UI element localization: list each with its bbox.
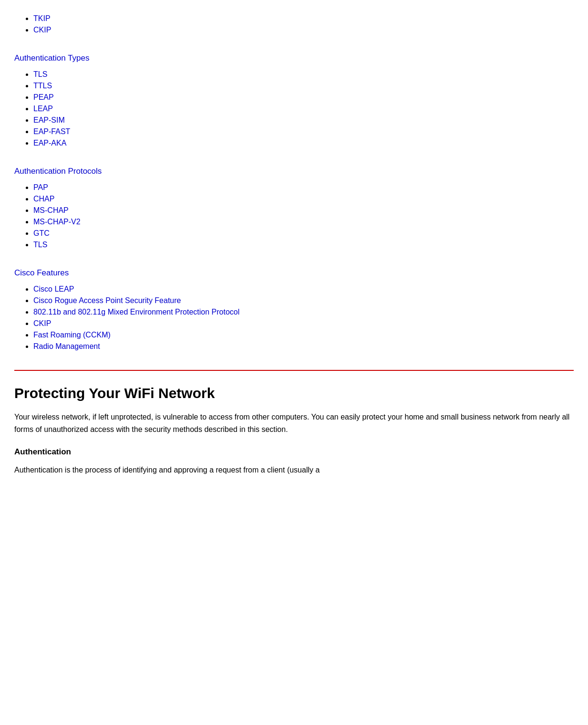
auth-types-section: Authentication Types TLS TTLS PEAP LEAP … — [14, 44, 574, 147]
top-link-list: TKIP CKIP — [14, 14, 574, 34]
section-divider — [14, 370, 574, 371]
list-item: PAP — [33, 183, 574, 192]
list-item: LEAP — [33, 105, 574, 113]
list-item: 802.11b and 802.11g Mixed Environment Pr… — [33, 308, 574, 316]
list-item: MS-CHAP-V2 — [33, 218, 574, 226]
gtc-link[interactable]: GTC — [33, 229, 50, 237]
pap-link[interactable]: PAP — [33, 183, 48, 191]
tls-link[interactable]: TLS — [33, 70, 47, 78]
auth-paragraph: Authentication is the process of identif… — [14, 464, 574, 476]
list-item: CKIP — [33, 319, 574, 328]
leap-link[interactable]: LEAP — [33, 105, 53, 113]
ckip-link[interactable]: CKIP — [33, 26, 51, 34]
list-item: EAP-SIM — [33, 116, 574, 125]
list-item: EAP-AKA — [33, 139, 574, 147]
list-item: CHAP — [33, 195, 574, 203]
ms-chap-link[interactable]: MS-CHAP — [33, 206, 69, 214]
list-item: MS-CHAP — [33, 206, 574, 215]
radio-management-link[interactable]: Radio Management — [33, 342, 100, 350]
intro-paragraph: Your wireless network, if left unprotect… — [14, 411, 574, 435]
list-item: Cisco Rogue Access Point Security Featur… — [33, 296, 574, 305]
tkip-link[interactable]: TKIP — [33, 14, 51, 22]
ckip-cisco-link[interactable]: CKIP — [33, 319, 51, 327]
tls-protocol-link[interactable]: TLS — [33, 241, 47, 249]
main-content-section: Protecting Your WiFi Network Your wirele… — [14, 385, 574, 476]
list-item: EAP-FAST — [33, 127, 574, 136]
list-item: TKIP — [33, 14, 574, 23]
eap-fast-link[interactable]: EAP-FAST — [33, 127, 70, 136]
chap-link[interactable]: CHAP — [33, 195, 54, 203]
list-item: Radio Management — [33, 342, 574, 351]
ttls-link[interactable]: TTLS — [33, 82, 52, 90]
peap-link[interactable]: PEAP — [33, 93, 54, 101]
ms-chap-v2-link[interactable]: MS-CHAP-V2 — [33, 218, 81, 226]
list-item: CKIP — [33, 26, 574, 34]
cisco-rogue-link[interactable]: Cisco Rogue Access Point Security Featur… — [33, 296, 181, 305]
list-item: TLS — [33, 241, 574, 249]
main-heading: Protecting Your WiFi Network — [14, 385, 574, 401]
auth-types-list: TLS TTLS PEAP LEAP EAP-SIM EAP-FAST EAP-… — [14, 70, 574, 147]
list-item: Fast Roaming (CCKM) — [33, 331, 574, 339]
list-item: PEAP — [33, 93, 574, 102]
auth-protocols-list: PAP CHAP MS-CHAP MS-CHAP-V2 GTC TLS — [14, 183, 574, 249]
list-item: TTLS — [33, 82, 574, 90]
fast-roaming-link[interactable]: Fast Roaming (CCKM) — [33, 331, 111, 339]
list-item: TLS — [33, 70, 574, 79]
80211-mixed-link[interactable]: 802.11b and 802.11g Mixed Environment Pr… — [33, 308, 239, 316]
cisco-features-heading[interactable]: Cisco Features — [14, 268, 69, 278]
auth-types-heading[interactable]: Authentication Types — [14, 53, 90, 63]
cisco-features-section: Cisco Features Cisco LEAP Cisco Rogue Ac… — [14, 259, 574, 351]
eap-aka-link[interactable]: EAP-AKA — [33, 139, 66, 147]
eap-sim-link[interactable]: EAP-SIM — [33, 116, 65, 124]
cisco-features-list: Cisco LEAP Cisco Rogue Access Point Secu… — [14, 285, 574, 351]
auth-subheading: Authentication — [14, 447, 574, 457]
cisco-leap-link[interactable]: Cisco LEAP — [33, 285, 74, 293]
auth-protocols-heading[interactable]: Authentication Protocols — [14, 167, 102, 176]
list-item: Cisco LEAP — [33, 285, 574, 294]
auth-protocols-section: Authentication Protocols PAP CHAP MS-CHA… — [14, 157, 574, 249]
list-item: GTC — [33, 229, 574, 238]
